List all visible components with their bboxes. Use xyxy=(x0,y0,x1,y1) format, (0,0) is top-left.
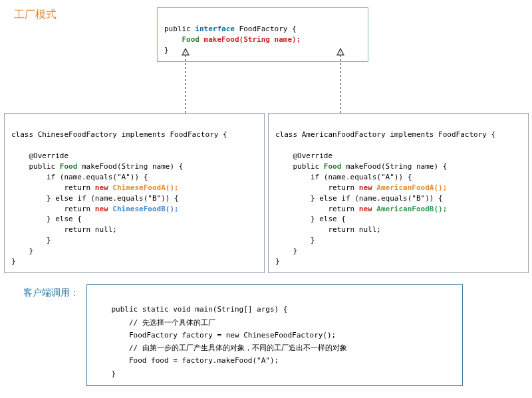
code-line: } xyxy=(94,369,116,378)
code-line: return null; xyxy=(275,225,381,234)
class-chinesefoodfactory-box: class ChineseFoodFactory implements Food… xyxy=(4,113,265,273)
code-line: } xyxy=(11,247,33,255)
title-client-call: 客户端调用： xyxy=(23,287,79,299)
code-line: if (name.equals("A")) { xyxy=(275,173,412,181)
code-line: } xyxy=(275,247,297,255)
title-factory-pattern: 工厂模式 xyxy=(14,8,57,22)
code-line: } else if (name.equals("B")) { xyxy=(11,194,179,203)
code-line: FoodFactory factory = new ChineseFoodFac… xyxy=(94,331,336,340)
interface-foodfactory-box: public interface FoodFactory { Food make… xyxy=(157,7,368,62)
client-main-box: public static void main(String[] args) {… xyxy=(86,284,463,386)
code-line: } xyxy=(11,257,16,266)
code-line: } else { xyxy=(11,215,82,223)
code-line: } xyxy=(11,236,51,245)
code-line: return new AmericanFoodB(); xyxy=(275,205,447,213)
code-line: // 由第一步的工厂产生具体的对象，不同的工厂造出不一样的对象 xyxy=(94,344,347,352)
code-line: } xyxy=(164,46,169,54)
code-line: } xyxy=(275,257,280,266)
code-line: return new AmericanFoodA(); xyxy=(275,183,447,192)
class-americanfoodfactory-box: class AmericanFoodFactory implements Foo… xyxy=(268,113,529,273)
code-line: return null; xyxy=(11,225,117,234)
code-line: return new ChineseFoodA(); xyxy=(11,183,179,192)
code-line: @Override xyxy=(11,151,68,160)
code-line: return new ChineseFoodB(); xyxy=(11,205,179,213)
code-line: if (name.equals("A")) { xyxy=(11,173,148,181)
code-line: class AmericanFoodFactory implements Foo… xyxy=(275,130,495,139)
code-line: class ChineseFoodFactory implements Food… xyxy=(11,130,227,139)
code-line: } else { xyxy=(275,215,346,223)
code-line: public static void main(String[] args) { xyxy=(94,305,287,314)
code-line: } else if (name.equals("B")) { xyxy=(275,194,443,203)
code-line: public interface FoodFactory { xyxy=(164,25,297,33)
code-line: public Food makeFood(String name) { xyxy=(275,162,447,171)
code-line: Food food = factory.makeFood("A"); xyxy=(94,356,279,365)
code-line: } xyxy=(275,236,315,245)
code-line: public Food makeFood(String name) { xyxy=(11,162,183,171)
code-line: Food makeFood(String name); xyxy=(164,35,301,44)
code-line: @Override xyxy=(275,151,332,160)
code-line: // 先选择一个具体的工厂 xyxy=(94,318,215,327)
